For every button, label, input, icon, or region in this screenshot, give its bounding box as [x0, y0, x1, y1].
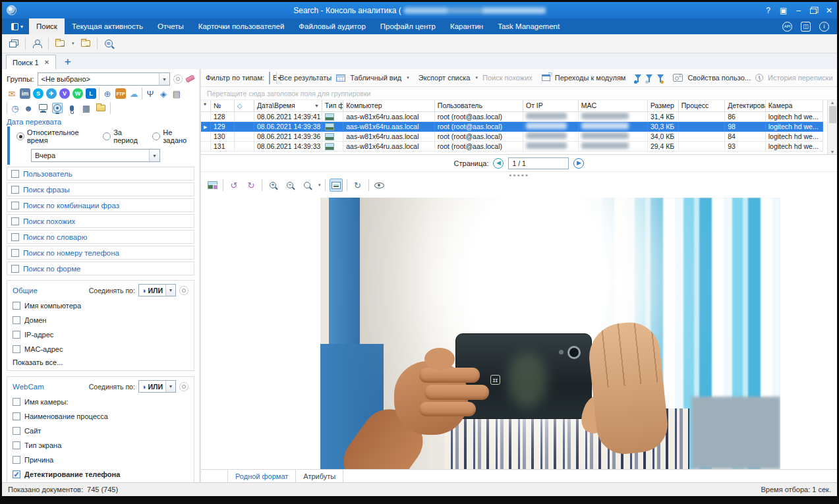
webcam-camera-name[interactable]: Имя камеры:: [13, 396, 188, 407]
tab-poisk-1[interactable]: Поиск 1 ✕: [6, 55, 56, 69]
grid-scrollbar[interactable]: ▲ ▼: [827, 100, 837, 154]
im-icon[interactable]: im: [20, 88, 30, 99]
checkbox-icon[interactable]: [13, 331, 20, 339]
chevron-down-icon[interactable]: ▾: [72, 41, 74, 46]
header-computer[interactable]: Компьютер: [343, 100, 435, 111]
minimize-button[interactable]: –: [796, 7, 801, 14]
webcam-settings-gear-icon[interactable]: [179, 382, 188, 391]
zoom-out-icon[interactable]: −: [283, 179, 297, 192]
import-search-icon[interactable]: [79, 37, 92, 50]
header-detected[interactable]: Детектирова: [725, 100, 765, 111]
scroll-down-icon[interactable]: ▼: [830, 150, 835, 154]
checkbox-icon[interactable]: [11, 249, 19, 257]
header-tag[interactable]: ◇: [234, 100, 254, 111]
color-filter-funnel-icon[interactable]: [657, 74, 664, 79]
checkbox-icon[interactable]: [13, 398, 20, 406]
common-mac-address[interactable]: MAC-адрес: [13, 343, 188, 354]
checkbox-icon[interactable]: [11, 265, 19, 273]
webcam-join-combobox[interactable]: ◑ ИЛИ ▼: [138, 380, 176, 393]
printer-icon[interactable]: ▤: [171, 90, 182, 98]
header-num[interactable]: №: [211, 100, 235, 111]
fit-to-window-icon[interactable]: [330, 179, 343, 192]
eye-icon[interactable]: [373, 179, 386, 192]
webcam-icon-selected[interactable]: [52, 103, 63, 113]
checkbox-icon[interactable]: [11, 186, 19, 194]
api-icon[interactable]: API: [782, 22, 792, 32]
common-settings-gear-icon[interactable]: [179, 286, 188, 295]
cascade-windows-icon[interactable]: [7, 37, 20, 50]
add-tab-button[interactable]: ＋: [60, 55, 75, 69]
save-image-icon[interactable]: [206, 179, 219, 192]
checkbox-checked-icon[interactable]: [13, 470, 20, 478]
files-icon[interactable]: [94, 101, 107, 115]
user-search-icon[interactable]: [30, 37, 43, 50]
groups-combobox[interactable]: <Не выбрано> ▼: [38, 72, 170, 86]
common-domain[interactable]: Домен: [13, 314, 188, 325]
menu-item-poisk[interactable]: Поиск: [29, 18, 65, 34]
groups-settings-gear-icon[interactable]: [173, 74, 183, 84]
header-size[interactable]: Размер: [647, 100, 678, 111]
checkbox-icon[interactable]: [13, 412, 20, 420]
restore-button[interactable]: [810, 9, 817, 14]
menu-item-reports[interactable]: Отчеты: [150, 18, 191, 34]
filter-phrase-combination[interactable]: Поиск по комбинации фраз: [7, 198, 194, 212]
viber-icon[interactable]: V: [59, 88, 70, 99]
tab-native-format[interactable]: Родной формат: [227, 470, 296, 482]
menu-item-quarantine[interactable]: Карантин: [443, 18, 490, 34]
export-search-icon[interactable]: [53, 37, 67, 50]
refresh-view-icon[interactable]: ↻: [351, 179, 364, 192]
http-icon[interactable]: ⊕: [102, 90, 113, 98]
checkbox-icon[interactable]: [13, 427, 20, 435]
common-ip-address[interactable]: IP-адрес: [13, 329, 188, 340]
time-tracking-icon[interactable]: ◷: [10, 104, 20, 113]
menu-item-user-cards[interactable]: Карточки пользователей: [191, 18, 292, 34]
filter-dictionary[interactable]: Поиск по словарю: [7, 230, 194, 244]
header-datetime[interactable]: Дата\Время▼: [254, 100, 322, 111]
checkbox-icon[interactable]: [13, 441, 20, 449]
filter-similar[interactable]: Поиск похожих: [7, 214, 194, 228]
menu-item-file-auditor[interactable]: Файловый аудитор: [291, 18, 373, 34]
devices-icon[interactable]: ◈: [158, 90, 169, 98]
clear-filter-funnel-icon[interactable]: [646, 74, 652, 79]
user-properties-button[interactable]: Свойства пользо...: [687, 74, 751, 82]
next-page-button[interactable]: ▶: [573, 158, 584, 169]
header-mac[interactable]: MAC: [578, 100, 647, 111]
type-filter-combobox[interactable]: Все результаты ▼: [269, 72, 270, 84]
rotate-left-icon[interactable]: ↺: [227, 179, 241, 192]
cloud-icon[interactable]: ☁: [129, 90, 139, 98]
webcam-reason[interactable]: Причина: [13, 454, 188, 465]
header-user[interactable]: Пользователь: [434, 100, 523, 111]
checkbox-icon[interactable]: [11, 217, 19, 225]
rotate-right-icon[interactable]: ↻: [245, 179, 258, 192]
page-input[interactable]: 1 / 1: [508, 157, 569, 169]
checkbox-icon[interactable]: [11, 202, 19, 210]
screen-button[interactable]: ▣: [780, 7, 787, 14]
telegram-icon[interactable]: ✈: [46, 88, 57, 99]
info-icon[interactable]: i: [819, 22, 829, 32]
header-filetype[interactable]: Тип фа: [322, 100, 343, 111]
radio-period[interactable]: За период: [103, 128, 144, 144]
filter-user[interactable]: Пользователь: [7, 167, 194, 181]
view-mode-button[interactable]: Табличный вид: [350, 74, 401, 82]
common-join-combobox[interactable]: ◑ ИЛИ ▼: [138, 284, 176, 296]
ftp-icon[interactable]: FTP: [115, 88, 126, 99]
keyboard-icon[interactable]: ▦: [81, 104, 92, 113]
chevron-down-icon[interactable]: ▾: [407, 75, 409, 80]
mail-icon[interactable]: ✉: [7, 90, 17, 98]
usb-icon[interactable]: Ψ: [145, 90, 156, 98]
zoom-in-icon[interactable]: +: [266, 179, 279, 192]
skype-icon[interactable]: S: [33, 88, 43, 99]
table-row[interactable]: 128 08.06.2021 14:39:41 aas-w81x64ru.aas…: [201, 111, 823, 121]
clear-groups-eraser-icon[interactable]: [185, 74, 195, 82]
filter-phrase[interactable]: Поиск фразы: [7, 182, 194, 196]
common-computer-name[interactable]: Имя компьютера: [13, 300, 188, 311]
relative-time-combobox[interactable]: Вчера ▼: [31, 149, 160, 162]
radio-not-set[interactable]: Не задано: [152, 128, 194, 144]
close-button[interactable]: ✕: [826, 7, 832, 14]
checkbox-icon[interactable]: [13, 302, 20, 310]
whatsapp-icon[interactable]: W: [72, 88, 83, 99]
close-tab-icon[interactable]: ✕: [44, 59, 49, 66]
monitor-icon[interactable]: [36, 101, 49, 115]
chevron-down-icon[interactable]: ▾: [475, 75, 478, 80]
checkbox-icon[interactable]: [11, 170, 19, 178]
